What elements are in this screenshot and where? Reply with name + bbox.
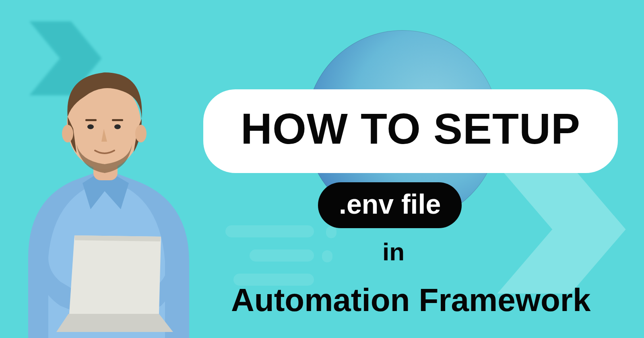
svg-rect-4 (85, 119, 97, 121)
svg-point-2 (87, 124, 94, 129)
svg-point-3 (114, 124, 121, 129)
framework-line: Automation Framework (231, 282, 590, 319)
svg-point-7 (135, 125, 147, 142)
env-pill: .env file (318, 182, 462, 228)
title-pill: HOW TO SETUP (203, 89, 618, 173)
person-with-laptop-illustration (0, 48, 213, 338)
svg-rect-5 (112, 119, 123, 121)
title-text: HOW TO SETUP (227, 107, 594, 150)
svg-point-6 (62, 125, 73, 142)
env-label: .env file (339, 190, 441, 218)
word-in: in (382, 237, 405, 266)
